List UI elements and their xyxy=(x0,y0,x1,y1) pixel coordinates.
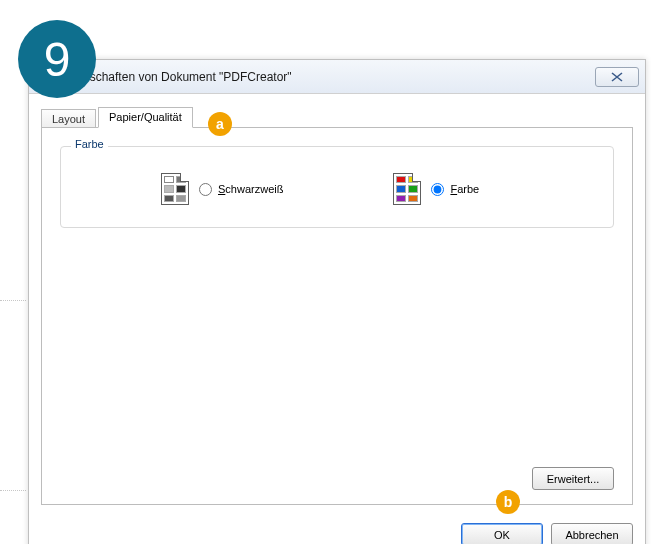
color-options: Schwarzweiß Farbe xyxy=(81,173,593,205)
color-groupbox: Farbe Schwarzweiß xyxy=(60,146,614,228)
radio-color-label: Farbe xyxy=(450,183,479,195)
annotation-a: a xyxy=(208,112,232,136)
radio-bw[interactable]: Schwarzweiß xyxy=(199,183,283,196)
properties-dialog: Eigenschaften von Dokument "PDFCreator" … xyxy=(28,59,646,544)
group-title: Farbe xyxy=(71,138,108,150)
bw-sample-icon xyxy=(161,173,189,205)
guide-line xyxy=(0,300,26,301)
ok-button[interactable]: OK xyxy=(461,523,543,544)
guide-line xyxy=(0,490,26,491)
tab-panel-paper-quality: Farbe Schwarzweiß xyxy=(41,127,633,505)
window-title: Eigenschaften von Dokument "PDFCreator" xyxy=(59,70,595,84)
dialog-button-row: OK Abbrechen xyxy=(29,515,645,544)
close-button[interactable] xyxy=(595,67,639,87)
radio-bw-input[interactable] xyxy=(199,183,212,196)
close-icon xyxy=(611,72,623,82)
radio-color-input[interactable] xyxy=(431,183,444,196)
tab-strip: Layout Papier/Qualität xyxy=(41,107,633,128)
radio-bw-label: Schwarzweiß xyxy=(218,183,283,195)
option-bw: Schwarzweiß xyxy=(161,173,283,205)
tab-paper-quality[interactable]: Papier/Qualität xyxy=(98,107,193,128)
titlebar: Eigenschaften von Dokument "PDFCreator" xyxy=(29,60,645,94)
dialog-client: Layout Papier/Qualität Farbe Sch xyxy=(29,94,645,515)
color-sample-icon xyxy=(393,173,421,205)
option-color: Farbe xyxy=(393,173,479,205)
cancel-button[interactable]: Abbrechen xyxy=(551,523,633,544)
advanced-button[interactable]: Erweitert... xyxy=(532,467,614,490)
step-badge: 9 xyxy=(18,20,96,98)
annotation-b: b xyxy=(496,490,520,514)
advanced-row: Erweitert... xyxy=(532,467,614,490)
radio-color[interactable]: Farbe xyxy=(431,183,479,196)
